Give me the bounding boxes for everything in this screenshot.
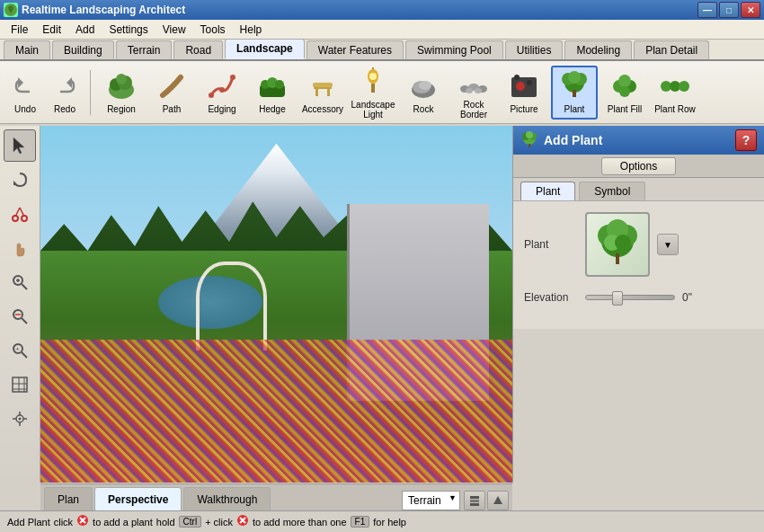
hand-tool-button[interactable] [4,232,36,264]
maximize-button[interactable]: □ [719,2,739,18]
hedge-icon [256,70,289,102]
tab-modeling[interactable]: Modeling [564,40,632,59]
svg-point-32 [527,80,532,85]
hedge-button[interactable]: Hedge [249,66,296,120]
region-button[interactable]: Region [98,66,145,120]
view-tab-plan[interactable]: Plan [44,487,93,510]
plant-row-button[interactable]: Plant Row [652,66,698,120]
tab-road[interactable]: Road [173,40,223,59]
path-button[interactable]: Path [148,66,195,120]
edging-button[interactable]: Edging [199,66,245,120]
svg-rect-17 [313,83,333,87]
svg-point-29 [475,88,482,93]
tab-landscape[interactable]: Landscape [225,39,305,59]
status-action: Add Plant [7,517,50,528]
view-icons [464,491,509,510]
add-plant-panel: Add Plant ? Options Plant Symbol Plant ▼ [512,126,764,483]
landscape-view[interactable] [40,126,512,483]
tab-main[interactable]: Main [4,40,50,59]
options-tool-button[interactable] [4,403,36,435]
app-title: Realtime Landscaping Architect [22,4,697,16]
zoom-select-button[interactable]: + [4,334,36,367]
panel-close-button[interactable]: ? [735,129,757,151]
left-sidebar: + [0,126,40,483]
menu-edit[interactable]: Edit [35,22,68,38]
tab-water-features[interactable]: Water Features [306,40,404,59]
status-icon-2 [236,514,249,529]
terrain-dropdown[interactable]: Terrain Plan Aerial [402,491,460,510]
cut-tool-button[interactable] [4,198,36,230]
rock-icon [407,70,440,102]
svg-point-21 [369,73,377,80]
view-toggle-button[interactable] [487,491,509,510]
elevation-slider[interactable] [585,295,675,300]
tab-swimming-pool[interactable]: Swimming Pool [405,40,503,59]
toolbar-tabs: Main Building Terrain Road Landscape Wat… [0,40,764,61]
minimize-button[interactable]: — [697,2,717,18]
elevation-field: Elevation 0" [524,291,753,304]
tab-building[interactable]: Building [52,40,114,59]
select-tool-button[interactable] [4,129,36,162]
measure-tool-button[interactable] [4,300,36,332]
rock-border-button[interactable]: Rock Border [450,66,497,120]
title-bar: Realtime Landscaping Architect — □ ✕ [0,0,764,20]
view-tab-walkthrough[interactable]: Walkthrough [183,487,271,510]
status-bar: Add Plant click to add a plant hold Ctrl… [0,510,764,532]
terrain-dropdown-wrap[interactable]: Terrain Plan Aerial [402,491,460,510]
svg-rect-15 [315,89,318,96]
plant-field-label: Plant [524,238,578,251]
grid-tool-button[interactable] [4,368,36,401]
rock-button[interactable]: Rock [400,66,447,120]
toolbar-separator-1 [90,70,91,115]
window-controls: — □ ✕ [697,2,760,18]
tab-plan-detail[interactable]: Plan Detail [634,40,709,59]
status-text-6: to add more than one [253,517,347,528]
redo-icon [49,70,81,102]
f1-key: F1 [351,516,370,528]
view-layers-button[interactable] [464,491,485,510]
rotate-tool-button[interactable] [4,164,36,196]
svg-line-57 [22,318,27,324]
plant-row-icon [659,70,691,102]
redo-button[interactable]: Redo [47,66,83,120]
menu-bar: File Edit Add Settings View Tools Help [0,20,764,40]
svg-rect-87 [470,503,479,506]
panel-body: Plant ▼ Elevation 0" [513,200,764,329]
menu-settings[interactable]: Settings [102,22,155,38]
svg-point-28 [466,88,473,93]
accessory-button[interactable]: Accessory [299,66,346,120]
svg-rect-85 [470,496,479,499]
tab-symbol[interactable]: Symbol [579,182,645,200]
plant-button[interactable]: Plant [551,66,598,120]
svg-rect-38 [573,90,576,97]
zoom-tool-button[interactable] [4,266,36,298]
undo-button[interactable]: Undo [7,66,43,120]
svg-rect-77 [529,144,530,147]
svg-point-33 [514,75,520,80]
menu-tools[interactable]: Tools [193,22,233,38]
menu-help[interactable]: Help [233,22,270,38]
picture-button[interactable]: Picture [501,66,547,120]
close-button[interactable]: ✕ [741,2,760,18]
menu-add[interactable]: Add [68,22,102,38]
tab-plant[interactable]: Plant [520,182,575,200]
menu-file[interactable]: File [4,22,35,38]
terrain-select: Terrain Plan Aerial [402,491,509,510]
svg-point-37 [568,71,581,84]
tab-terrain[interactable]: Terrain [116,40,173,59]
plant-fill-button[interactable]: Plant Fill [601,66,648,120]
status-icon-1 [76,514,89,529]
landscape-light-button[interactable]: Landscape Light [350,66,396,120]
tab-utilities[interactable]: Utilities [505,40,564,59]
plant-dropdown-button[interactable]: ▼ [657,234,679,255]
plant-icon [558,70,591,102]
svg-point-83 [615,235,631,251]
menu-view[interactable]: View [155,22,193,38]
elevation-slider-thumb[interactable] [612,291,623,306]
viewport[interactable] [40,126,512,483]
svg-point-24 [419,81,431,90]
view-tab-perspective[interactable]: Perspective [94,487,182,510]
options-button[interactable]: Options [601,157,676,175]
panel-options-bar: Options [513,155,764,178]
arch [196,262,267,350]
